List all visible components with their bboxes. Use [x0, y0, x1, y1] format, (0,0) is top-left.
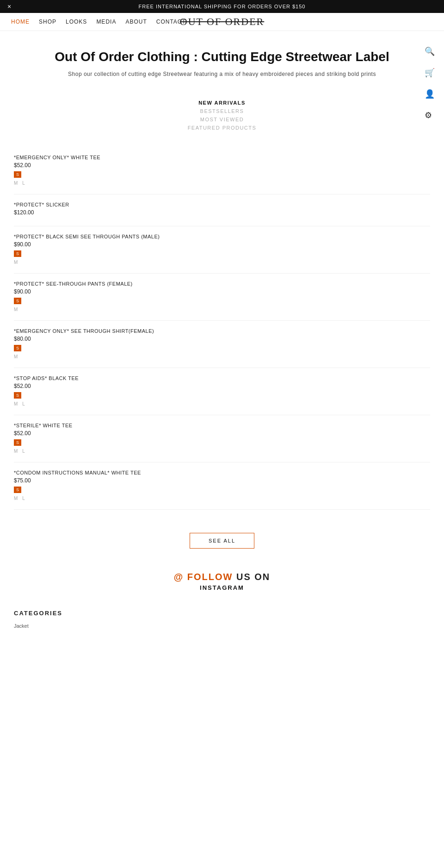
product-item: *PROTECT* SEE-THROUGH PANTS (FEMALE) $90…	[14, 274, 430, 321]
product-item: *PROTECT* BLACK SEMI SEE THROUGH PANTS (…	[14, 226, 430, 274]
tab-most-viewed[interactable]: MOST VIEWED	[0, 117, 444, 122]
nav-looks[interactable]: LOOKS	[66, 19, 87, 25]
size-label-m[interactable]: M	[14, 307, 18, 312]
product-name: *EMERGENCY ONLY* WHITE TEE	[14, 155, 430, 160]
product-name: *PROTECT* SLICKER	[14, 202, 430, 207]
product-item: *EMERGENCY ONLY* WHITE TEE $52.00 S M L	[14, 147, 430, 194]
cart-icon[interactable]: 🛒	[425, 68, 435, 78]
sizes-row-regular: M	[14, 307, 430, 313]
product-name: *EMERGENCY ONLY* SEE THROUGH SHIRT(FEMAL…	[14, 328, 430, 334]
product-price: $75.00	[14, 477, 430, 484]
sizes-row-regular: M	[14, 354, 430, 360]
size-badge-s[interactable]: S	[14, 298, 21, 304]
tab-bestsellers[interactable]: BESTSELLERS	[0, 108, 444, 114]
see-all-button[interactable]: SEE ALL	[190, 533, 254, 549]
size-label-l[interactable]: L	[22, 449, 25, 454]
size-label-l[interactable]: L	[22, 401, 25, 406]
size-badge-s[interactable]: S	[14, 171, 21, 178]
product-price: $120.00	[14, 209, 430, 216]
sizes-row: S	[14, 250, 430, 259]
products-section: *EMERGENCY ONLY* WHITE TEE $52.00 S M L …	[0, 138, 444, 519]
nav-media[interactable]: MEDIA	[96, 19, 116, 25]
size-label-l[interactable]: L	[22, 496, 25, 501]
follow-line: @ FOLLOW US ON	[0, 572, 444, 582]
product-name: *CONDOM INSTRUCTIONS MANUAL* WHITE TEE	[14, 470, 430, 475]
instagram-label: INSTAGRAM	[0, 584, 444, 591]
categories-section: CATEGORIES Jacket	[0, 600, 444, 644]
size-badge-s[interactable]: S	[14, 250, 21, 257]
search-icon[interactable]: 🔍	[425, 46, 435, 56]
user-icon[interactable]: 👤	[425, 89, 435, 99]
close-banner-button[interactable]: ×	[7, 3, 12, 10]
sizes-row-regular: M L	[14, 181, 430, 187]
size-label-m[interactable]: M	[14, 496, 18, 501]
nav-about[interactable]: ABOUT	[125, 19, 147, 25]
right-icons: 🔍 🛒 👤 ⚙	[425, 46, 435, 120]
product-item: *CONDOM INSTRUCTIONS MANUAL* WHITE TEE $…	[14, 462, 430, 510]
size-badge-s[interactable]: S	[14, 439, 21, 446]
us-on-text: US ON	[233, 572, 270, 582]
product-price: $52.00	[14, 430, 430, 437]
product-price: $90.00	[14, 241, 430, 248]
sizes-row: S	[14, 171, 430, 180]
tab-featured[interactable]: FEATURED PRODUCTS	[0, 125, 444, 131]
size-label-l[interactable]: L	[22, 181, 25, 186]
product-name: *PROTECT* BLACK SEMI SEE THROUGH PANTS (…	[14, 234, 430, 239]
site-logo[interactable]: OUT OF ORDER	[180, 16, 265, 28]
tab-new-arrivals[interactable]: NEW ARRIVALS	[0, 100, 444, 106]
hero-subtitle: Shop our collection of cutting edge Stre…	[37, 70, 407, 79]
sizes-row-regular: M	[14, 260, 430, 266]
sizes-row-regular: M L	[14, 449, 430, 455]
at-follow-text: @ FOLLOW	[174, 572, 233, 582]
sizes-row: S	[14, 487, 430, 495]
top-banner: × FREE INTERNATIONAL SHIPPING FOR ORDERS…	[0, 0, 444, 13]
filter-tabs: NEW ARRIVALS BESTSELLERS MOST VIEWED FEA…	[0, 88, 444, 138]
category-item-jacket[interactable]: Jacket	[14, 621, 430, 631]
product-price: $90.00	[14, 288, 430, 295]
size-badge-s[interactable]: S	[14, 345, 21, 351]
sizes-row-regular: M L	[14, 401, 430, 407]
product-price: $80.00	[14, 336, 430, 342]
sizes-row: S	[14, 392, 430, 400]
size-label-m[interactable]: M	[14, 449, 18, 454]
product-item: *STOP AIDS* BLACK TEE $52.00 S M L	[14, 368, 430, 415]
sizes-row: S	[14, 439, 430, 448]
main-nav: HOME SHOP LOOKS MEDIA ABOUT CONTACT	[11, 19, 186, 25]
product-price: $52.00	[14, 162, 430, 169]
size-label-m[interactable]: M	[14, 181, 18, 186]
product-name: *PROTECT* SEE-THROUGH PANTS (FEMALE)	[14, 281, 430, 287]
categories-title: CATEGORIES	[14, 610, 430, 617]
product-name: *STOP AIDS* BLACK TEE	[14, 375, 430, 381]
size-label-m[interactable]: M	[14, 260, 18, 265]
banner-text: FREE INTERNATIONAL SHIPPING FOR ORDERS O…	[139, 4, 306, 9]
product-price: $52.00	[14, 383, 430, 389]
sizes-row: S	[14, 345, 430, 353]
hero-section: Out Of Order Clothing : Cutting Edge Str…	[0, 31, 444, 88]
follow-section: @ FOLLOW US ON INSTAGRAM	[0, 558, 444, 600]
sizes-row-regular: M L	[14, 496, 430, 502]
see-all-wrapper: SEE ALL	[0, 519, 444, 558]
header: HOME SHOP LOOKS MEDIA ABOUT CONTACT OUT …	[0, 13, 444, 31]
hero-title: Out Of Order Clothing : Cutting Edge Str…	[37, 50, 407, 64]
size-label-m[interactable]: M	[14, 354, 18, 359]
size-label-m[interactable]: M	[14, 401, 18, 406]
product-item: *PROTECT* SLICKER $120.00	[14, 194, 430, 226]
product-item: *EMERGENCY ONLY* SEE THROUGH SHIRT(FEMAL…	[14, 321, 430, 368]
product-item: *STERILE* WHITE TEE $52.00 S M L	[14, 415, 430, 462]
size-badge-s[interactable]: S	[14, 487, 21, 493]
nav-shop[interactable]: SHOP	[39, 19, 56, 25]
size-badge-s[interactable]: S	[14, 392, 21, 399]
sizes-row: S	[14, 298, 430, 306]
nav-home[interactable]: HOME	[11, 19, 30, 25]
settings-icon[interactable]: ⚙	[425, 110, 435, 120]
product-name: *STERILE* WHITE TEE	[14, 423, 430, 428]
